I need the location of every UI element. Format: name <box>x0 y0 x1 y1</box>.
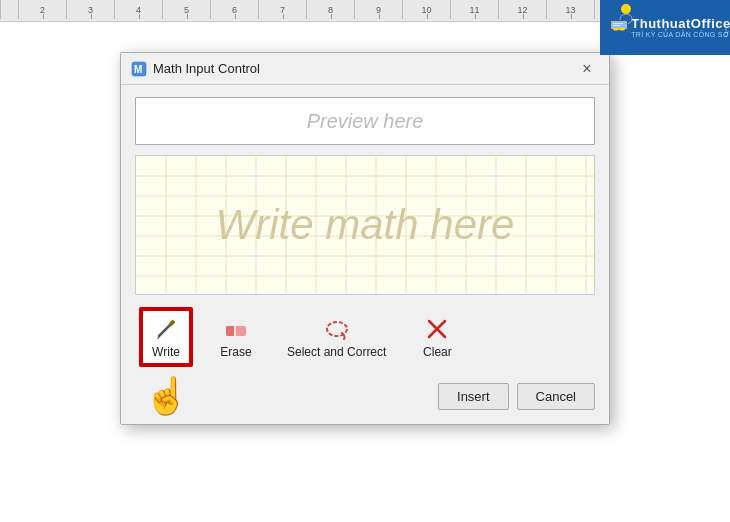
erase-icon <box>224 315 248 343</box>
dialog-body: Preview here <box>121 85 609 424</box>
ruler-mark: 13 <box>546 0 594 19</box>
svg-point-7 <box>619 28 625 31</box>
ruler-mark: 5 <box>162 0 210 19</box>
preview-box: Preview here <box>135 97 595 145</box>
logo-icon <box>606 2 638 34</box>
write-button-wrapper: Write ☝ <box>141 309 191 365</box>
write-label: Write <box>152 345 180 359</box>
svg-rect-35 <box>226 326 235 336</box>
dialog-titlebar: M Math Input Control × <box>121 53 609 85</box>
svg-point-6 <box>613 28 619 31</box>
ruler-mark: 8 <box>306 0 354 19</box>
select-correct-icon <box>324 315 350 343</box>
insert-button[interactable]: Insert <box>438 383 509 410</box>
ruler-mark: 3 <box>66 0 114 19</box>
ruler-mark: 10 <box>402 0 450 19</box>
svg-rect-5 <box>613 25 620 26</box>
ruler-mark: 11 <box>450 0 498 19</box>
clear-icon <box>426 315 448 343</box>
toolbar: Write ☝ Erase <box>135 305 595 369</box>
clear-label: Clear <box>423 345 452 359</box>
pencil-icon <box>155 315 177 343</box>
svg-text:M: M <box>134 64 142 75</box>
ruler-mark <box>0 0 18 19</box>
dialog-title-text: Math Input Control <box>153 61 260 76</box>
select-correct-button[interactable]: Select and Correct <box>281 311 392 363</box>
select-label: Select and Correct <box>287 345 386 359</box>
cancel-button[interactable]: Cancel <box>517 383 595 410</box>
ruler-mark: 4 <box>114 0 162 19</box>
svg-marker-32 <box>157 337 160 339</box>
logo: ThuthuatOffice TRÍ KỲ CỦA DÂN CÔNG SỞ <box>600 0 730 55</box>
dialog-title-left: M Math Input Control <box>131 61 260 77</box>
page-area: M Math Input Control × Preview here <box>0 22 730 522</box>
bottom-row: Insert Cancel <box>135 379 595 410</box>
ruler-mark: 7 <box>258 0 306 19</box>
ruler-mark: 2 <box>18 0 66 19</box>
grid-svg <box>136 156 594 294</box>
ruler-mark: 9 <box>354 0 402 19</box>
logo-name: ThuthuatOffice <box>631 16 730 31</box>
ruler-mark: 6 <box>210 0 258 19</box>
write-button[interactable]: Write <box>141 309 191 365</box>
svg-rect-4 <box>613 23 623 24</box>
erase-label: Erase <box>220 345 251 359</box>
math-input-dialog: M Math Input Control × Preview here <box>120 52 610 425</box>
ruler-mark: 12 <box>498 0 546 19</box>
clear-button[interactable]: Clear <box>412 311 462 363</box>
logo-sub: TRÍ KỲ CỦA DÂN CÔNG SỞ <box>631 31 730 39</box>
math-icon: M <box>131 61 147 77</box>
erase-button[interactable]: Erase <box>211 311 261 363</box>
svg-point-0 <box>621 4 631 14</box>
preview-placeholder: Preview here <box>307 110 424 133</box>
close-button[interactable]: × <box>575 57 599 81</box>
write-area[interactable]: Write math here <box>135 155 595 295</box>
